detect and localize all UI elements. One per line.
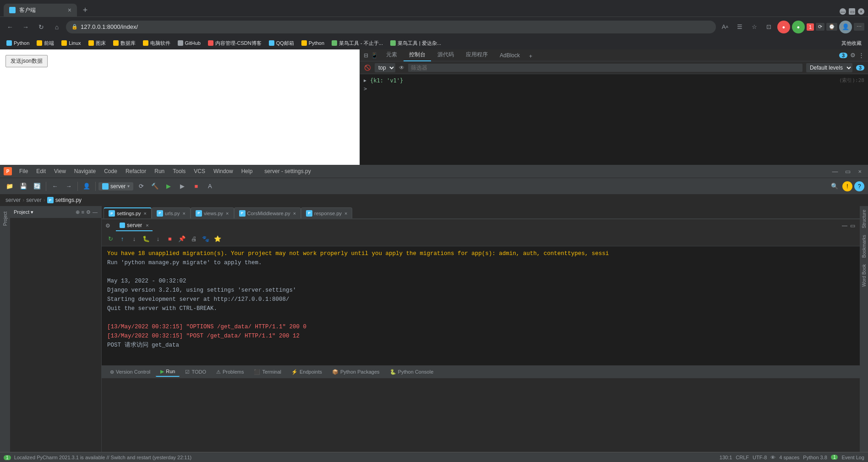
tab-python-console[interactable]: 🐍 Python Console — [385, 368, 438, 376]
send-json-button[interactable]: 发送json数据 — [5, 55, 48, 67]
project-pin-icon[interactable]: — — [93, 209, 98, 215]
file-tab-urls[interactable]: P urls.py × — [152, 207, 191, 218]
tab-todo[interactable]: ☑ TODO — [180, 368, 211, 376]
run-config-dropdown[interactable]: server ▾ — [98, 182, 133, 190]
wordbook-gutter-label[interactable]: Word Book — [862, 262, 867, 288]
status-crlf[interactable]: CRLF — [736, 455, 749, 460]
close-window-button[interactable]: × — [858, 8, 864, 15]
run-tab-server[interactable]: server × — [116, 220, 153, 231]
run-panel-settings-icon[interactable]: ⚙ — [105, 223, 110, 229]
project-options-icon[interactable]: ⊕ — [76, 209, 80, 215]
rerun-button[interactable]: ↻ — [105, 234, 115, 244]
tab-run[interactable]: ▶ Run — [156, 367, 180, 377]
project-collapse-icon[interactable]: ≡ — [82, 209, 84, 215]
bookmark-csdn[interactable]: 内容管理-CSDN博客 — [205, 39, 264, 48]
redo-icon[interactable]: → — [63, 180, 75, 192]
status-eye[interactable]: 👁 — [770, 455, 775, 460]
menu-edit[interactable]: Edit — [33, 167, 49, 175]
menu-view[interactable]: View — [50, 167, 70, 175]
open-folder-icon[interactable]: 📁 — [4, 180, 16, 192]
add-user-icon[interactable]: 👤 — [81, 180, 93, 192]
extension-badge-1[interactable]: 1 — [807, 23, 814, 31]
devtools-clear-icon[interactable]: 🚫 — [364, 64, 371, 71]
menu-file[interactable]: File — [16, 167, 32, 175]
ide-close-button[interactable]: × — [855, 167, 864, 176]
bookmark-niaowu[interactable]: 菜鸟工具 - 不止于... — [329, 39, 386, 48]
bookmark-qqmail[interactable]: QQ邮箱 — [266, 39, 297, 48]
ide-maximize-button[interactable]: ▭ — [842, 167, 853, 176]
menu-help[interactable]: Help — [238, 167, 257, 175]
status-event-log[interactable]: 1 Event Log — [831, 455, 864, 460]
run-tab-close[interactable]: × — [146, 223, 148, 228]
menu-dots[interactable]: ⋯ — [854, 23, 864, 31]
scroll-up-button[interactable]: ↑ — [117, 234, 127, 244]
tab-endpoints[interactable]: ⚡ Endpoints — [287, 368, 327, 376]
devtools-tab-adblock[interactable]: AdBlock — [494, 50, 525, 61]
devtools-tab-sources[interactable]: 源代码 — [432, 49, 459, 61]
history-button[interactable]: ⌚ — [826, 23, 837, 31]
sync-project-icon[interactable]: 🔄 — [31, 180, 43, 192]
tab-problems[interactable]: ⚠ Problems — [212, 368, 248, 376]
new-tab-button[interactable]: + — [79, 4, 92, 16]
run-with-coverage-icon[interactable]: ▶ — [176, 180, 188, 192]
menu-tools[interactable]: Tools — [169, 167, 189, 175]
run-debug-icon[interactable]: 🐛 — [141, 234, 151, 244]
back-button[interactable]: ← — [4, 21, 16, 33]
favorites-icon[interactable]: ☆ — [748, 21, 761, 33]
bookmark-python2[interactable]: Python — [299, 39, 327, 47]
bookmark-github[interactable]: GitHub — [175, 39, 203, 47]
help-icon[interactable]: ? — [854, 181, 864, 191]
settings-tab-close[interactable]: × — [144, 211, 147, 216]
bookmark-database[interactable]: 数据库 — [110, 39, 138, 48]
breadcrumb-server1[interactable]: server — [5, 197, 21, 203]
console-input-area[interactable] — [371, 86, 864, 92]
reload-config-icon[interactable]: ⟳ — [135, 180, 147, 192]
devtools-tab-elements[interactable]: 元素 — [381, 49, 403, 61]
home-button[interactable]: ⌂ — [50, 21, 63, 33]
run-print-icon[interactable]: 🖨 — [189, 234, 199, 244]
devtools-kebab-icon[interactable]: ⋮ — [858, 52, 864, 59]
structure-gutter-label[interactable]: Structure — [862, 208, 867, 230]
status-position[interactable]: 130:1 — [720, 455, 732, 460]
views-tab-close[interactable]: × — [226, 211, 229, 216]
devtools-add-tab[interactable]: + — [526, 51, 535, 61]
project-settings-icon[interactable]: ⚙ — [86, 209, 91, 215]
minimize-button[interactable]: — — [840, 8, 846, 15]
address-bar[interactable]: 🔒 127.0.0.1:8000/index/ — [66, 21, 716, 33]
scroll-down-button[interactable]: ↓ — [129, 234, 139, 244]
bookmark-software[interactable]: 电脑软件 — [140, 39, 173, 48]
project-sidebar-label[interactable]: Project — [2, 208, 9, 229]
bookmark-aida[interactable]: 菜鸟工具 | 爱达杂... — [388, 39, 444, 48]
run-pin-icon[interactable]: 📌 — [177, 234, 187, 244]
stop-button[interactable]: ■ — [190, 180, 202, 192]
bookmark-python1[interactable]: Python — [4, 39, 32, 47]
devtools-device-icon[interactable]: 📱 — [371, 52, 378, 59]
sync-button[interactable]: ⟳ — [816, 23, 824, 31]
notifications-icon[interactable]: ! — [842, 181, 852, 191]
browser-tab-active[interactable]: 客户端 × — [4, 4, 77, 16]
tab-version-control[interactable]: ⊛ Version Control — [105, 368, 155, 376]
devtools-eye-icon[interactable]: 👁 — [399, 65, 404, 71]
menu-vcs[interactable]: VCS — [190, 167, 209, 175]
build-icon[interactable]: 🔨 — [149, 180, 161, 192]
run-panel-minimize-icon[interactable]: — — [841, 222, 848, 230]
devtools-tab-console[interactable]: 控制台 — [404, 49, 431, 61]
tab-terminal[interactable]: ⬛ Terminal — [249, 368, 286, 376]
profile-avatar[interactable]: 👤 — [839, 21, 852, 33]
status-spaces[interactable]: 4 spaces — [779, 455, 799, 460]
bookmark-tuchuang[interactable]: 图床 — [86, 39, 109, 48]
reload-button[interactable]: ↻ — [35, 21, 48, 33]
tab-close-button[interactable]: × — [68, 6, 71, 14]
user-avatar-2[interactable]: ● — [792, 21, 805, 33]
menu-window[interactable]: Window — [210, 167, 237, 175]
file-tab-response[interactable]: P response.py × — [301, 207, 352, 218]
run-star-icon[interactable]: ⭐ — [213, 234, 223, 244]
run-button[interactable]: ▶ — [163, 180, 175, 192]
menu-navigate[interactable]: Navigate — [71, 167, 99, 175]
devtools-filter-input[interactable] — [408, 64, 802, 72]
maximize-button[interactable]: ▭ — [849, 8, 855, 15]
user-avatar-1[interactable]: ● — [777, 21, 790, 33]
bookmark-qianduan[interactable]: 前端 — [34, 39, 57, 48]
file-tab-views[interactable]: P views.py × — [191, 207, 234, 218]
translate-tool-icon[interactable]: A — [204, 180, 216, 192]
